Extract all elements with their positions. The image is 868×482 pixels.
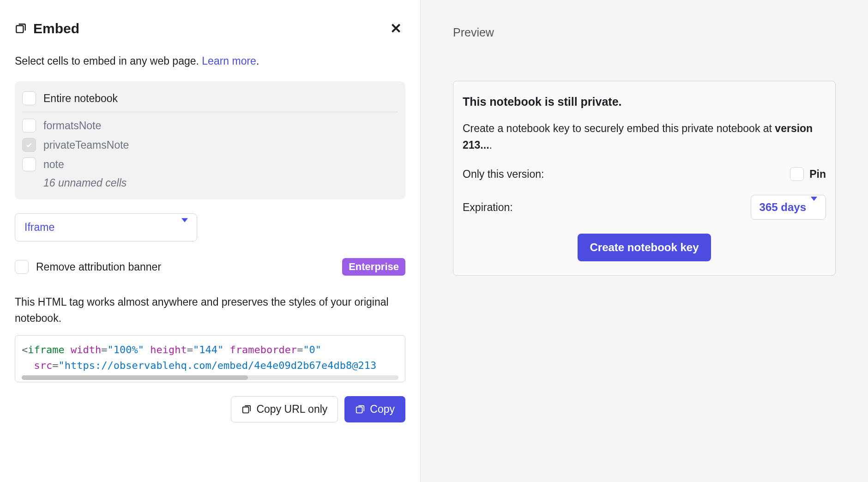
enterprise-badge: Enterprise <box>342 258 405 276</box>
checkbox[interactable] <box>22 157 36 171</box>
learn-more-link[interactable]: Learn more <box>202 55 256 67</box>
cell-label: privateTeamsNote <box>43 139 129 151</box>
expiration-label: Expiration: <box>463 201 513 214</box>
attribution-label: Remove attribution banner <box>36 261 161 273</box>
code-snippet[interactable]: <iframe width="100%" height="144" frameb… <box>15 335 405 382</box>
checkbox-entire[interactable] <box>22 91 36 105</box>
create-notebook-key-button[interactable]: Create notebook key <box>578 234 711 261</box>
checkbox-attribution[interactable] <box>15 260 29 274</box>
cell-row-entire[interactable]: Entire notebook <box>22 89 398 112</box>
horizontal-scrollbar[interactable] <box>22 375 398 380</box>
copy-button[interactable]: Copy <box>344 396 405 422</box>
chevron-down-icon <box>811 201 817 214</box>
preview-card: This notebook is still private. Create a… <box>453 81 836 276</box>
cells-selector: Entire notebook formatsNote privateTeams… <box>15 81 405 199</box>
svg-rect-2 <box>356 407 362 413</box>
check-icon <box>25 141 33 149</box>
intro-text: Select cells to embed in any web page. L… <box>15 55 405 67</box>
preview-description: Create a notebook key to securely embed … <box>463 120 826 153</box>
format-select[interactable]: Iframe <box>15 213 197 241</box>
copy-icon <box>241 404 252 415</box>
cell-label: note <box>43 158 64 171</box>
only-version-label: Only this version: <box>463 168 544 181</box>
dialog-title: Embed <box>33 21 79 36</box>
close-button[interactable]: ✕ <box>386 18 405 38</box>
embed-icon <box>15 23 27 35</box>
checkbox-disabled-checked <box>22 138 36 152</box>
format-description: This HTML tag works almost anywhere and … <box>15 294 405 326</box>
cell-row: privateTeamsNote <box>22 135 398 155</box>
close-icon: ✕ <box>390 21 402 36</box>
pin-checkbox[interactable] <box>790 167 804 181</box>
cell-label: Entire notebook <box>43 92 118 105</box>
copy-url-button[interactable]: Copy URL only <box>231 396 338 422</box>
unnamed-cells-note: 16 unnamed cells <box>22 174 398 192</box>
dialog-title-group: Embed <box>15 21 79 36</box>
preview-heading: This notebook is still private. <box>463 95 826 108</box>
cell-row[interactable]: note <box>22 155 398 174</box>
pin-label: Pin <box>809 168 826 181</box>
svg-rect-0 <box>16 25 23 32</box>
preview-title: Preview <box>453 26 836 39</box>
cell-label: formatsNote <box>43 120 101 132</box>
copy-icon <box>355 404 365 415</box>
svg-rect-1 <box>243 407 249 413</box>
checkbox[interactable] <box>22 119 36 133</box>
expiration-select[interactable]: 365 days <box>751 195 826 220</box>
cell-row[interactable]: formatsNote <box>22 116 398 135</box>
